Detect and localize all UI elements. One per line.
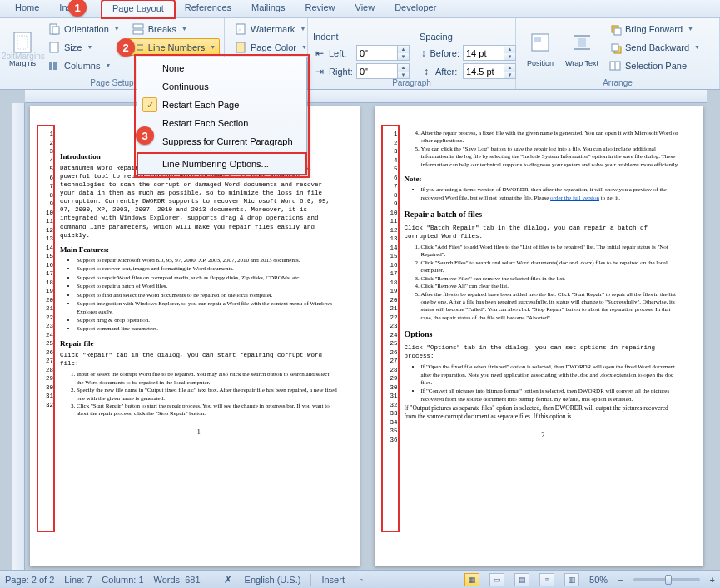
vertical-ruler[interactable] (12, 103, 25, 570)
svg-rect-4 (50, 42, 58, 52)
repair-text: Click "Repair" tab in the dialog, you ca… (60, 351, 338, 368)
batch-text: Click "Batch Repair" tab in the dialog, … (405, 224, 683, 240)
spacing-heading: Spacing (420, 32, 516, 42)
zoom-slider[interactable] (633, 578, 700, 581)
line-numbers-col-p1: 1234567891011121314151617181920212223242… (42, 130, 53, 409)
batch-steps: Click "Add Files" to add Word files to t… (405, 244, 683, 322)
tab-view[interactable]: View (345, 0, 385, 17)
svg-rect-17 (534, 37, 541, 42)
svg-rect-18 (578, 38, 586, 47)
options-list: If "Open the fixed file when finished" o… (405, 363, 683, 403)
macro-icon[interactable]: ▫ (355, 573, 368, 586)
svg-rect-24 (612, 44, 618, 51)
options-text: Click "Options" tab in the dialog, you c… (405, 343, 683, 360)
marker-2: 2 (117, 38, 135, 57)
dd-line-numbering-options[interactable]: Line Numbering Options... (139, 155, 305, 173)
options-heading: Options (405, 329, 683, 340)
page-color-icon (234, 41, 247, 54)
watermark-button[interactable]: A Watermark▼ (230, 20, 311, 37)
indent-left-spinner[interactable]: ▲▼ (356, 45, 410, 61)
orientation-icon (47, 22, 61, 36)
view-outline[interactable]: ≡ (539, 573, 554, 586)
selection-pane-button[interactable]: Selection Pane (604, 57, 704, 74)
columns-button[interactable]: Columns▼ (43, 57, 124, 74)
orientation-button[interactable]: Orientation▼ (43, 20, 124, 37)
svg-rect-5 (49, 62, 52, 70)
note-list: If you are using a demo version of DWORD… (405, 186, 683, 202)
status-page[interactable]: Page: 2 of 2 (5, 575, 54, 585)
features-list: Support to repair Microsoft Word 6.0, 95… (60, 257, 338, 334)
order-link[interactable]: order the full version (550, 195, 599, 201)
top-steps: After the repair process, a fixed file w… (405, 130, 683, 169)
line-numbers-button[interactable]: 12 Line Numbers▼ (127, 38, 220, 56)
bring-forward-button[interactable]: Bring Forward▼ (604, 20, 704, 37)
status-zoom[interactable]: 50% (589, 575, 608, 585)
view-web-layout[interactable]: ▤ (514, 573, 529, 586)
note-heading: Note: (405, 174, 683, 184)
tab-mailings[interactable]: Mailings (241, 0, 295, 17)
wrap-text-icon (569, 29, 595, 56)
svg-rect-15 (236, 42, 245, 52)
svg-rect-7 (133, 24, 143, 28)
tab-developer[interactable]: Developer (385, 0, 446, 17)
status-words[interactable]: Words: 681 (154, 575, 201, 585)
zoom-out-button[interactable]: − (618, 575, 623, 585)
svg-rect-6 (53, 62, 57, 70)
selection-pane-icon (608, 59, 622, 72)
indent-heading: Indent (313, 32, 410, 42)
marker-3: 3 (136, 126, 154, 145)
status-line[interactable]: Line: 7 (64, 575, 92, 585)
line-numbers-col-p2: 1234567891011121314151617181920212223242… (386, 130, 398, 444)
dd-restart-section[interactable]: Restart Each Section (139, 114, 305, 132)
spellcheck-icon[interactable]: ✗ (221, 573, 235, 586)
page-number-2: 2 (405, 432, 683, 441)
spacing-before-spinner[interactable]: ▲▼ (463, 45, 516, 61)
repair-heading: Repair file (60, 338, 338, 348)
spacing-after-spinner[interactable]: ▲▼ (463, 63, 516, 79)
status-insert[interactable]: Insert (321, 575, 345, 585)
dd-restart-page[interactable]: ✓Restart Each Page (139, 96, 305, 114)
svg-rect-22 (614, 28, 621, 35)
dd-none[interactable]: None (139, 59, 305, 77)
spacing-before-icon: ↕ (420, 47, 428, 60)
status-column[interactable]: Column: 1 (102, 575, 143, 585)
watermark-icon: A (234, 22, 247, 36)
send-backward-button[interactable]: Send Backward▼ (604, 38, 704, 56)
tab-home[interactable]: Home (5, 0, 49, 17)
tab-references[interactable]: References (175, 0, 241, 17)
svg-text:A: A (238, 27, 241, 32)
zoom-in-button[interactable]: + (710, 575, 715, 585)
indent-right-icon: ⇥ (313, 65, 326, 78)
indent-right-spinner[interactable]: ▲▼ (356, 63, 410, 79)
statusbar: Page: 2 of 2 Line: 7 Column: 1 Words: 68… (0, 570, 720, 588)
check-icon: ✓ (142, 97, 157, 112)
output-text: If "Output pictures as separate files" o… (405, 404, 683, 421)
wrap-text-button[interactable]: Wrap Text (563, 20, 601, 73)
svg-rect-3 (52, 27, 59, 34)
margins-button[interactable]: Margins (5, 20, 40, 73)
view-full-screen[interactable]: ▭ (489, 573, 504, 586)
position-button[interactable]: Position (521, 20, 559, 73)
status-language[interactable]: English (U.S.) (245, 575, 301, 585)
view-draft[interactable]: ▥ (564, 573, 579, 586)
document-area: 1234567891011121314151617181920212223242… (0, 90, 720, 570)
ribbon-tabbar: Home Ins Page Layout References Mailings… (0, 0, 720, 18)
ribbon: Margins Orientation▼ Size▼ Columns▼ (0, 18, 720, 90)
dd-suppress[interactable]: Suppress for Current Paragraph (139, 132, 305, 151)
page-color-button[interactable]: Page Color▼ (230, 38, 311, 56)
breaks-button[interactable]: Breaks▼ (127, 20, 220, 37)
margins-tooltip: 2bitMargins (2, 52, 45, 61)
dd-continuous[interactable]: Continuous (139, 77, 305, 96)
tab-review[interactable]: Review (295, 0, 345, 17)
breaks-icon (132, 22, 145, 36)
svg-rect-8 (133, 30, 143, 34)
tab-page-layout[interactable]: Page Layout (102, 0, 175, 18)
columns-icon (47, 59, 61, 72)
features-heading: Main Features: (60, 245, 338, 254)
size-button[interactable]: Size▼ (43, 38, 124, 56)
send-backward-icon (608, 41, 622, 54)
size-icon (47, 41, 61, 54)
horizontal-ruler[interactable] (25, 90, 707, 103)
view-print-layout[interactable]: ▦ (464, 573, 479, 586)
position-icon (527, 29, 554, 56)
